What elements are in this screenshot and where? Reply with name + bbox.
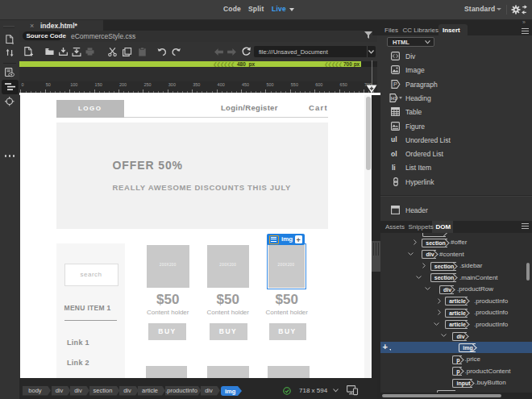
svg-text:H1: H1	[391, 96, 397, 101]
svg-text:P: P	[393, 81, 397, 88]
